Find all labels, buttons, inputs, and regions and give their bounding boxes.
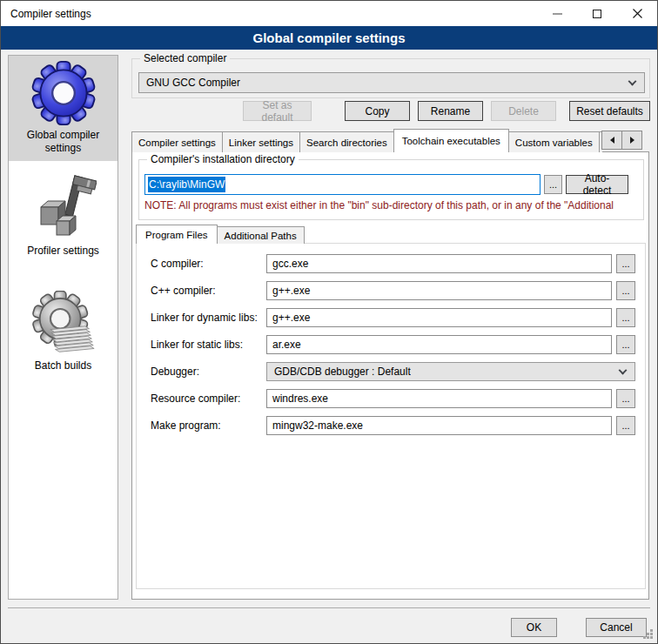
program-files-pane: C compiler: gcc.exe ... C++ compiler: g+… (136, 243, 646, 589)
dialog-banner: Global compiler settings (1, 26, 657, 50)
linker-static-browse-button[interactable]: ... (616, 335, 635, 354)
cancel-button[interactable]: Cancel (586, 618, 647, 637)
footer-divider (8, 607, 650, 608)
debugger-value: GDB/CDB debugger : Default (267, 366, 411, 378)
gear-stack-icon (30, 291, 97, 357)
make-program-input[interactable]: mingw32-make.exe (266, 416, 612, 435)
chevron-down-icon (628, 77, 637, 86)
tab-linker-settings[interactable]: Linker settings (222, 131, 300, 152)
linker-static-label: Linker for static libs: (151, 339, 243, 351)
chevron-down-icon (619, 366, 628, 375)
minimize-icon (553, 13, 562, 15)
auto-detect-button[interactable]: Auto-detect (566, 175, 628, 194)
program-files-tab-bar: Program Files Additional Paths (136, 225, 304, 244)
rename-button[interactable]: Rename (418, 101, 483, 121)
minimize-button[interactable] (537, 1, 577, 26)
ok-button[interactable]: OK (511, 618, 557, 637)
banner-title: Global compiler settings (252, 30, 405, 45)
selected-compiler-group-label: Selected compiler (140, 52, 230, 64)
tab-toolchain-executables[interactable]: Toolchain executables (393, 129, 509, 152)
resource-compiler-label: Resource compiler: (151, 392, 240, 405)
delete-button[interactable]: Delete (491, 101, 556, 121)
toolchain-executables-pane: Compiler's installation directory C:\ray… (131, 151, 649, 600)
field-row: Linker for static libs: ar.exe ... (137, 335, 645, 354)
tab-scroll-left-button[interactable] (601, 131, 622, 150)
compiler-directory-value: C:\raylib\MinGW (148, 177, 225, 192)
field-row: Make program: mingw32-make.exe ... (137, 416, 645, 435)
selected-compiler-value: GNU GCC Compiler (139, 77, 240, 89)
sidebar-item-label: Batch builds (31, 357, 95, 379)
resource-compiler-browse-button[interactable]: ... (616, 389, 635, 408)
close-icon (633, 9, 642, 18)
tab-custom-variables[interactable]: Custom variables (508, 131, 600, 152)
field-row: Debugger: GDB/CDB debugger : Default (137, 362, 645, 381)
cpp-compiler-browse-button[interactable]: ... (616, 281, 635, 300)
arrow-right-icon (630, 137, 634, 144)
linker-dynamic-browse-button[interactable]: ... (616, 308, 635, 327)
sidebar-item-label: Profiler settings (24, 242, 103, 264)
reset-defaults-button[interactable]: Reset defaults (569, 101, 650, 121)
linker-dynamic-input[interactable]: g++.exe (266, 308, 612, 327)
make-program-label: Make program: (151, 419, 221, 432)
directory-browse-button[interactable]: ... (544, 175, 562, 194)
sidebar-item-global-compiler-settings[interactable]: Global compiler settings (9, 56, 118, 161)
subtab-additional-paths[interactable]: Additional Paths (217, 226, 305, 244)
c-compiler-input[interactable]: gcc.exe (266, 254, 612, 273)
cpp-compiler-label: C++ compiler: (151, 285, 216, 297)
gear-blue-icon (30, 60, 97, 126)
tab-search-directories[interactable]: Search directories (299, 131, 394, 152)
copy-button[interactable]: Copy (345, 101, 410, 121)
selected-compiler-dropdown[interactable]: GNU GCC Compiler (138, 72, 645, 93)
arrow-left-icon (610, 137, 614, 144)
resize-grip[interactable] (650, 636, 653, 639)
tab-scroll-buttons (602, 131, 642, 150)
close-button[interactable] (617, 1, 657, 26)
sidebar-item-label: Global compiler settings (20, 126, 107, 161)
sidebar-item-profiler-settings[interactable]: Profiler settings (9, 170, 118, 264)
compiler-settings-dialog: Compiler settings Global compiler settin… (0, 0, 658, 644)
maximize-button[interactable] (577, 1, 617, 26)
tab-scroll-right-button[interactable] (621, 131, 642, 150)
caliper-icon (30, 174, 97, 242)
c-compiler-browse-button[interactable]: ... (616, 254, 635, 273)
resource-compiler-input[interactable]: windres.exe (266, 389, 612, 408)
bin-subdirectory-note: NOTE: All programs must exist either in … (144, 199, 641, 211)
c-compiler-label: C compiler: (151, 258, 204, 270)
field-row: C compiler: gcc.exe ... (137, 254, 645, 273)
settings-tab-bar: Compiler settings Linker settings Search… (131, 129, 602, 152)
tab-compiler-settings[interactable]: Compiler settings (131, 131, 223, 152)
compiler-directory-input[interactable]: C:\raylib\MinGW (144, 174, 540, 195)
make-program-browse-button[interactable]: ... (616, 416, 635, 435)
installation-directory-group-label: Compiler's installation directory (147, 153, 299, 165)
subtab-program-files[interactable]: Program Files (136, 225, 218, 244)
field-row: Linker for dynamic libs: g++.exe ... (137, 308, 645, 327)
maximize-icon (593, 10, 601, 18)
title-bar: Compiler settings (1, 1, 657, 26)
debugger-label: Debugger: (151, 366, 199, 378)
settings-category-list: Global compiler settings (8, 55, 118, 600)
cpp-compiler-input[interactable]: g++.exe (266, 281, 612, 300)
set-as-default-button[interactable]: Set as default (243, 101, 312, 121)
selected-compiler-group: Selected compiler GNU GCC Compiler (131, 58, 650, 98)
window-title: Compiler settings (10, 8, 91, 20)
linker-dynamic-label: Linker for dynamic libs: (151, 312, 258, 324)
sidebar-item-batch-builds[interactable]: Batch builds (9, 286, 118, 379)
installation-directory-group: Compiler's installation directory C:\ray… (138, 159, 644, 220)
window-controls (537, 1, 657, 26)
field-row: C++ compiler: g++.exe ... (137, 281, 645, 300)
debugger-dropdown[interactable]: GDB/CDB debugger : Default (266, 362, 635, 381)
field-row: Resource compiler: windres.exe ... (137, 389, 645, 408)
linker-static-input[interactable]: ar.exe (266, 335, 612, 354)
